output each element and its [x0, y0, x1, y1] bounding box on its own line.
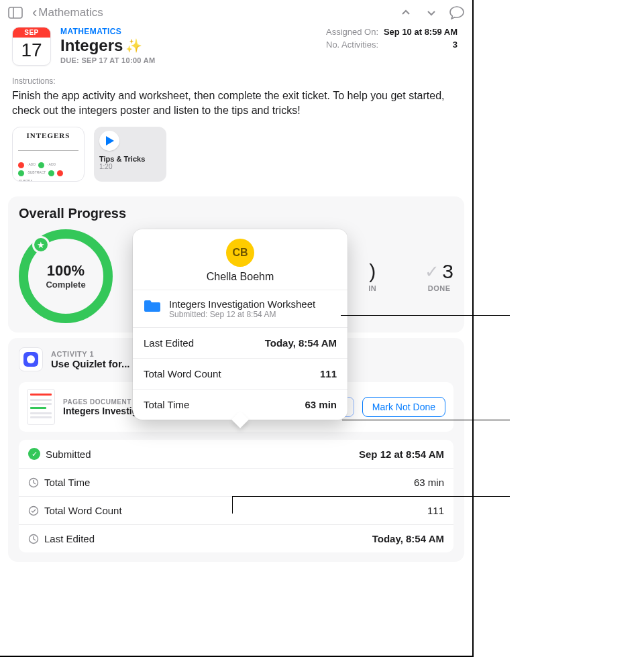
- in-stat: ) IN: [368, 260, 376, 292]
- checkmark-icon: ✓: [425, 263, 439, 280]
- total-time-label: Total Time: [44, 477, 90, 488]
- callout-line: [232, 496, 233, 514]
- word-count-row: Total Word Count 111: [19, 497, 453, 525]
- word-count-value: 111: [427, 505, 444, 516]
- assignment-title: Integers: [60, 36, 123, 55]
- calendar-tile: SEP 17: [12, 27, 51, 66]
- sidebar-toggle-icon[interactable]: [7, 4, 24, 21]
- quizlet-app-icon: [19, 347, 43, 371]
- next-student-icon[interactable]: [423, 4, 440, 21]
- total-time-row: Total Time 63 min: [19, 469, 453, 497]
- num-activities-label: No. Activities:: [326, 40, 378, 50]
- student-avatar: CB: [226, 239, 254, 267]
- clock-icon: [28, 477, 39, 488]
- total-time-value: 63 min: [414, 477, 444, 488]
- popover-total-time-row: Total Time 63 min: [133, 390, 347, 420]
- calendar-day: 17: [21, 38, 42, 61]
- callout-line: [342, 420, 510, 420]
- due-label: DUE: SEP 17 AT 10:00 AM: [60, 56, 317, 64]
- progress-donut: ★ 100% Complete: [19, 229, 113, 323]
- folder-icon: [144, 298, 161, 316]
- popover-total-time-value: 63 min: [305, 399, 337, 410]
- progress-percent: 100%: [47, 263, 85, 278]
- prev-student-icon[interactable]: [397, 4, 415, 21]
- popover-word-count-row: Total Word Count 111: [133, 359, 347, 390]
- back-button[interactable]: ‹ Mathematics: [32, 5, 103, 20]
- last-edited-label: Last Edited: [44, 533, 95, 544]
- done-stat: ✓ 3 DONE: [425, 260, 453, 292]
- submitted-value: Sep 12 at 8:54 AM: [359, 449, 444, 460]
- topbar: ‹ Mathematics: [0, 0, 472, 23]
- chevron-left-icon: ‹: [32, 5, 37, 20]
- activity-title: Use Quizlet for...: [51, 358, 130, 369]
- popover-last-edited-label: Last Edited: [144, 337, 194, 349]
- svg-rect-0: [9, 7, 22, 18]
- popover-word-count-label: Total Word Count: [144, 368, 221, 379]
- play-icon: [99, 131, 119, 151]
- assignment-header: SEP 17 MATHEMATICS Integers ✨ DUE: SEP 1…: [0, 23, 472, 66]
- svg-point-4: [30, 506, 38, 515]
- submitted-label: Submitted: [46, 449, 91, 460]
- attachments-row: INTEGERS · ADD · ADD ·SUBTRACT ·SUBTRA T…: [0, 117, 472, 191]
- done-label: DONE: [425, 284, 453, 292]
- instructions-label: Instructions:: [0, 66, 472, 88]
- overall-progress-heading: Overall Progress: [19, 206, 453, 221]
- media-attachment[interactable]: Tips & Tricks 1:20: [94, 127, 166, 182]
- mark-not-done-button[interactable]: Mark Not Done: [362, 397, 445, 417]
- back-label: Mathematics: [38, 6, 103, 19]
- student-popover: CB Chella Boehm Integers Investigation W…: [133, 229, 347, 420]
- callout-line: [341, 315, 510, 316]
- popover-rows: Last Edited Today, 8:54 AM Total Word Co…: [133, 328, 347, 420]
- star-badge-icon: ★: [32, 236, 50, 253]
- assigned-on-value: Sep 10 at 8:59 AM: [384, 27, 458, 37]
- in-value: ): [369, 260, 376, 283]
- assigned-on-label: Assigned On:: [326, 27, 378, 37]
- poster-title: INTEGERS: [18, 131, 78, 139]
- submitted-row: ✓ Submitted Sep 12 at 8:54 AM: [19, 440, 453, 469]
- popover-total-time-label: Total Time: [144, 399, 189, 410]
- last-edited-row: Last Edited Today, 8:54 AM: [19, 525, 453, 552]
- chat-icon[interactable]: [448, 4, 466, 21]
- subject-label: MATHEMATICS: [60, 27, 317, 36]
- document-thumbnail: [27, 389, 55, 425]
- poster-attachment[interactable]: INTEGERS · ADD · ADD ·SUBTRACT ·SUBTRA: [12, 127, 85, 182]
- app-window: ‹ Mathematics SEP 17 MATHEMATICS Integer…: [0, 0, 474, 657]
- activity-overline: ACTIVITY 1: [51, 350, 130, 358]
- submitted-check-icon: ✓: [28, 448, 40, 460]
- media-duration: 1:20: [99, 163, 161, 170]
- popover-doc-row[interactable]: Integers Investigation Worksheet Submitt…: [133, 290, 347, 328]
- word-count-label: Total Word Count: [44, 505, 122, 516]
- badge-icon: [28, 505, 39, 516]
- popover-last-edited-value: Today, 8:54 AM: [265, 337, 337, 349]
- popover-doc-sub: Submitted: Sep 12 at 8:54 AM: [169, 310, 315, 319]
- calendar-month: SEP: [13, 27, 50, 38]
- in-label: IN: [368, 284, 376, 292]
- callout-line: [232, 496, 510, 497]
- progress-complete-label: Complete: [46, 280, 85, 290]
- poster-graphic: · ADD · ADD ·SUBTRACT ·SUBTRA: [18, 142, 78, 172]
- popover-doc-title: Integers Investigation Worksheet: [169, 298, 315, 310]
- svg-marker-2: [106, 136, 114, 145]
- instructions-body: Finish the app activity and worksheet, t…: [0, 88, 472, 117]
- done-value: 3: [442, 260, 453, 283]
- popover-last-edited-row: Last Edited Today, 8:54 AM: [133, 328, 347, 359]
- student-name: Chella Boehm: [207, 271, 274, 283]
- num-activities-value: 3: [453, 40, 458, 50]
- last-edited-value: Today, 8:54 AM: [372, 533, 444, 544]
- media-title: Tips & Tricks: [99, 155, 161, 163]
- popover-word-count-value: 111: [320, 368, 337, 379]
- sparkle-icon: ✨: [125, 38, 142, 54]
- clock-icon: [28, 534, 39, 544]
